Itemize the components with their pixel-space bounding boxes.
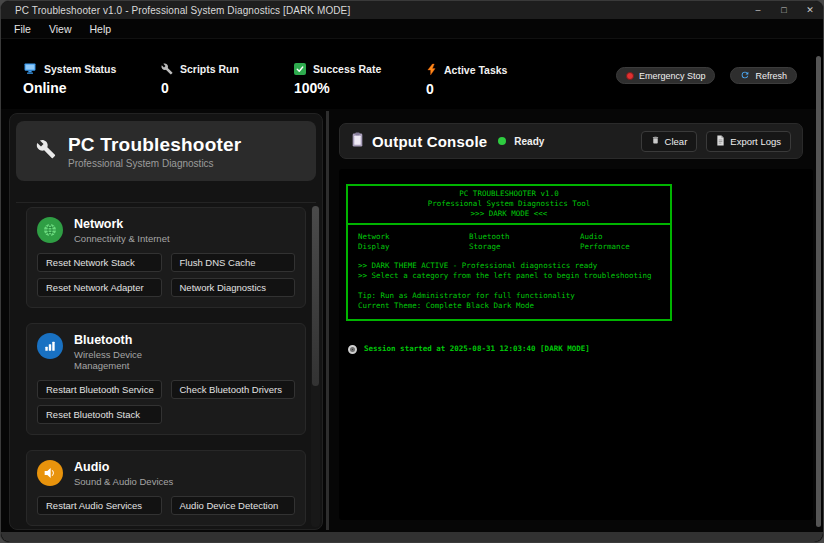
app-header-card: PC Troubleshooter Professional System Di… [16, 121, 316, 181]
category-cell: Storage [469, 242, 580, 252]
audio-device-detection-button[interactable]: Audio Device Detection [171, 496, 296, 515]
stat-value: Online [23, 80, 116, 96]
session-text: Session started at 2025-08-31 12:03:40 [… [364, 344, 590, 354]
category-cell: Display [358, 242, 469, 252]
console-output: PC TROUBLESHOOTER v1.0 Professional Syst… [339, 169, 813, 520]
wrench-icon [161, 63, 173, 75]
minimize-button[interactable]: – [745, 1, 771, 19]
stat-success-rate: Success Rate 100% [294, 63, 381, 96]
console-header: Output Console Ready Clear Export L [339, 123, 803, 159]
reset-network-stack-button[interactable]: Reset Network Stack [37, 253, 162, 272]
stat-value: 0 [161, 80, 239, 96]
refresh-button[interactable]: Refresh [730, 67, 797, 84]
stat-active-tasks: Active Tasks 0 [426, 63, 507, 97]
console-tip: Tip: Run as Administrator for full funct… [358, 291, 660, 301]
window-controls: – □ ✕ [745, 1, 823, 19]
stat-system-status: System Status Online [23, 63, 116, 96]
section-subtitle: Connectivity & Internet [74, 233, 170, 244]
banner-line: Professional System Diagnostics Tool [348, 199, 670, 209]
speaker-icon [37, 460, 63, 486]
trash-icon [651, 135, 660, 147]
bolt-icon [426, 63, 437, 76]
stat-scripts-run: Scripts Run 0 [161, 63, 239, 96]
refresh-label: Refresh [755, 71, 787, 81]
globe-icon [37, 217, 63, 243]
close-button[interactable]: ✕ [797, 1, 823, 19]
panel-splitter[interactable] [326, 111, 329, 530]
emergency-stop-button[interactable]: Emergency Stop [616, 67, 716, 84]
menu-view[interactable]: View [40, 19, 81, 39]
app-subtitle: Professional System Diagnostics [68, 158, 241, 169]
restart-audio-services-button[interactable]: Restart Audio Services [37, 496, 162, 515]
category-cell: Bluetooth [469, 232, 580, 242]
banner-line: PC TROUBLESHOOTER v1.0 [348, 189, 670, 199]
category-list: Network Connectivity & Internet Reset Ne… [16, 202, 316, 529]
wrench-icon [36, 139, 56, 163]
console-title: Output Console [372, 133, 487, 150]
check-icon [294, 63, 306, 75]
section-subtitle: Wireless Device Management [74, 349, 184, 371]
console-panel: Output Console Ready Clear Export L [337, 109, 815, 532]
app-window: PC Troubleshooter v1.0 - Professional Sy… [0, 0, 824, 543]
signal-bars-icon [37, 333, 63, 359]
console-tip: Current Theme: Complete Black Dark Mode [358, 301, 660, 311]
window-scrollbar[interactable] [816, 56, 821, 527]
emergency-stop-label: Emergency Stop [639, 71, 706, 81]
console-message: >> Select a category from the left panel… [358, 271, 660, 281]
document-icon [716, 135, 725, 148]
stat-value: 0 [426, 81, 507, 97]
status-dot-icon [498, 137, 506, 145]
stat-value: 100% [294, 80, 381, 96]
sidebar-scrollbar-thumb[interactable] [312, 206, 319, 386]
restart-bluetooth-service-button[interactable]: Restart Bluetooth Service [37, 380, 162, 399]
reset-network-adapter-button[interactable]: Reset Network Adapter [37, 278, 162, 297]
app-title: PC Troubleshooter [68, 134, 241, 156]
stats-bar: System Status Online Scripts Run 0 Succe… [1, 39, 823, 109]
section-title: Network [74, 217, 170, 231]
export-logs-label: Export Logs [730, 136, 781, 147]
banner-line: >>> DARK MODE <<< [348, 209, 670, 219]
window-bottom-frame [1, 532, 823, 542]
section-title: Bluetooth [74, 333, 184, 347]
menu-help[interactable]: Help [81, 19, 121, 39]
category-row: Network Bluetooth Audio [358, 232, 660, 242]
audio-section-card: Audio Sound & Audio Devices Restart Audi… [26, 450, 306, 526]
banner-body-box: Network Bluetooth Audio Display Storage … [346, 223, 672, 321]
banner-title-box: PC TROUBLESHOOTER v1.0 Professional Syst… [346, 184, 672, 225]
clear-button[interactable]: Clear [641, 131, 698, 152]
stat-label: Scripts Run [180, 63, 239, 75]
main-area: PC Troubleshooter Professional System Di… [1, 109, 823, 532]
maximize-button[interactable]: □ [771, 1, 797, 19]
menu-bar: File View Help [1, 19, 823, 39]
check-bluetooth-drivers-button[interactable]: Check Bluetooth Drivers [171, 380, 296, 399]
export-logs-button[interactable]: Export Logs [706, 131, 791, 152]
section-subtitle: Sound & Audio Devices [74, 476, 173, 487]
reset-bluetooth-stack-button[interactable]: Reset Bluetooth Stack [37, 405, 162, 424]
bluetooth-section-card: Bluetooth Wireless Device Management Res… [26, 323, 306, 435]
console-status: Ready [514, 136, 544, 147]
console-banner: PC TROUBLESHOOTER v1.0 Professional Syst… [346, 184, 672, 321]
record-icon [348, 345, 357, 354]
stop-circle-icon [626, 72, 634, 80]
refresh-icon [740, 70, 750, 82]
sidebar-panel: PC Troubleshooter Professional System Di… [9, 113, 323, 530]
category-cell: Audio [580, 232, 660, 242]
stat-label: System Status [44, 63, 116, 75]
network-section-card: Network Connectivity & Internet Reset Ne… [26, 207, 306, 308]
flush-dns-cache-button[interactable]: Flush DNS Cache [171, 253, 296, 272]
stat-label: Active Tasks [444, 64, 507, 76]
stat-label: Success Rate [313, 63, 381, 75]
clipboard-icon [351, 132, 364, 151]
clear-label: Clear [665, 136, 688, 147]
session-log-line: Session started at 2025-08-31 12:03:40 [… [348, 344, 813, 354]
title-bar: PC Troubleshooter v1.0 - Professional Sy… [1, 1, 823, 19]
category-cell: Network [358, 232, 469, 242]
sidebar-scrollbar[interactable] [311, 206, 320, 527]
category-row: Display Storage Performance [358, 242, 660, 252]
network-diagnostics-button[interactable]: Network Diagnostics [171, 278, 296, 297]
console-message: >> DARK THEME ACTIVE - Professional diag… [358, 261, 660, 271]
category-cell: Performance [580, 242, 660, 252]
section-title: Audio [74, 460, 173, 474]
monitor-icon [23, 63, 37, 75]
menu-file[interactable]: File [5, 19, 40, 39]
